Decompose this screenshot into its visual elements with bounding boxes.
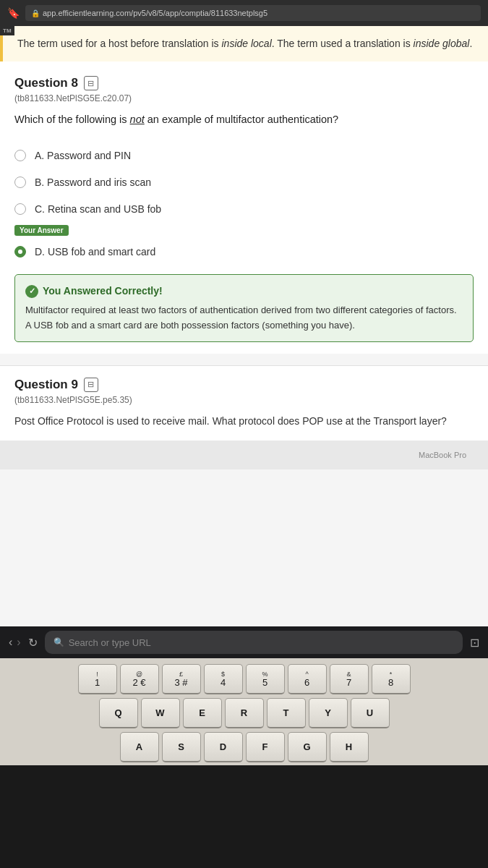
key-f[interactable]: F: [246, 732, 285, 762]
option-d-wrapper: Your Answer D. USB fob and smart card: [14, 223, 474, 265]
key-1[interactable]: !1: [78, 664, 117, 694]
forward-button[interactable]: ›: [17, 636, 20, 649]
bookmark-icon[interactable]: 🔖: [7, 7, 20, 19]
url-text: app.efficientlearning.com/pv5/v8/5/app/c…: [43, 9, 267, 17]
key-6[interactable]: ^6: [288, 664, 327, 694]
option-a[interactable]: A. Password and PIN: [14, 142, 474, 169]
key-2[interactable]: @2 €: [120, 664, 159, 694]
key-r[interactable]: R: [225, 698, 264, 728]
question8-container: Question 8 ⊟ (tb811633.NetPlSG5E.c20.07)…: [0, 61, 488, 354]
correct-feedback-header: ✓ You Answered Correctly!: [25, 284, 463, 299]
key-a[interactable]: A: [120, 732, 159, 762]
radio-c[interactable]: [14, 203, 26, 215]
answer-options: A. Password and PIN B. Password and iris…: [14, 142, 474, 265]
question9-text: Post Office Protocol is used to receive …: [14, 414, 474, 429]
option-d-text: D. USB fob and smart card: [35, 246, 155, 258]
question8-header: Question 8 ⊟: [14, 76, 474, 90]
key-8[interactable]: *8: [372, 664, 411, 694]
keyboard: !1 @2 € £3 # $4 %5 ^6 &7 *8 Q W E R T Y …: [0, 658, 488, 765]
radio-a[interactable]: [14, 150, 26, 161]
url-search-bar[interactable]: 🔍 Search or type URL: [45, 631, 463, 654]
q8-text-after: an example of multifactor authentication…: [145, 114, 338, 125]
key-y[interactable]: Y: [309, 698, 348, 728]
info-banner: The term used for a host before translat…: [0, 26, 488, 61]
key-3[interactable]: £3 #: [162, 664, 201, 694]
key-4[interactable]: $4: [204, 664, 243, 694]
key-h[interactable]: H: [330, 732, 369, 762]
tm-label: TM: [0, 26, 14, 35]
correct-feedback-title: You Answered Correctly!: [43, 284, 163, 299]
key-e[interactable]: E: [183, 698, 222, 728]
back-button[interactable]: ‹: [9, 636, 12, 649]
keyboard-qwerty-row: Q W E R T Y U: [4, 698, 484, 728]
url-search-text: Search or type URL: [69, 637, 151, 648]
correct-feedback: ✓ You Answered Correctly! Multifactor re…: [14, 274, 474, 342]
radio-b[interactable]: [14, 176, 26, 188]
question9-container: Question 9 ⊟ (tb811633.NetPlSG5E.pe5.35)…: [0, 366, 488, 441]
touch-bar: ‹ › ↻ 🔍 Search or type URL ⊡: [0, 626, 488, 658]
page-footer: MacBook Pro: [0, 441, 488, 469]
page-content: TM The term used for a host before trans…: [0, 26, 488, 626]
option-c-text: C. Retina scan and USB fob: [35, 203, 161, 215]
info-term2: inside global: [414, 38, 470, 49]
your-answer-badge: Your Answer: [14, 225, 69, 236]
info-term1: inside local: [221, 38, 271, 49]
keyboard-asdf-row: A S D F G H: [4, 732, 484, 762]
correct-feedback-body: Multifactor required at least two factor…: [25, 305, 457, 330]
nav-buttons: ‹ ›: [9, 636, 21, 649]
question9-number: Question 9: [14, 378, 78, 392]
search-icon: 🔍: [53, 637, 64, 647]
refresh-button[interactable]: ↻: [28, 636, 38, 650]
question9-flag[interactable]: ⊟: [84, 378, 98, 392]
question9-code: (tb811633.NetPlSG5E.pe5.35): [14, 395, 474, 405]
new-tab-icon[interactable]: ⊡: [470, 636, 479, 650]
q8-text-before: Which of the following is: [14, 114, 130, 125]
q8-emphasis: not: [130, 114, 145, 125]
option-b[interactable]: B. Password and iris scan: [14, 169, 474, 196]
key-w[interactable]: W: [141, 698, 180, 728]
lock-icon: 🔒: [31, 9, 40, 17]
key-g[interactable]: G: [288, 732, 327, 762]
key-s[interactable]: S: [162, 732, 201, 762]
browser-chrome: 🔖 🔒 app.efficientlearning.com/pv5/v8/5/a…: [0, 0, 488, 26]
info-text-after: .: [469, 38, 472, 49]
info-text-middle: . The term used a translation is: [272, 38, 414, 49]
key-7[interactable]: &7: [330, 664, 369, 694]
radio-d[interactable]: [14, 246, 26, 258]
option-d[interactable]: D. USB fob and smart card: [14, 239, 474, 265]
url-bar[interactable]: 🔒 app.efficientlearning.com/pv5/v8/5/app…: [25, 5, 481, 21]
question8-code: (tb811633.NetPlSG5E.c20.07): [14, 93, 474, 103]
option-b-text: B. Password and iris scan: [35, 176, 151, 188]
key-t[interactable]: T: [267, 698, 306, 728]
info-text-before: The term used for a host before translat…: [17, 38, 221, 49]
question8-flag[interactable]: ⊟: [84, 76, 98, 90]
question9-header: Question 9 ⊟: [14, 378, 474, 392]
question8-text: Which of the following is not an example…: [14, 112, 474, 128]
key-u[interactable]: U: [351, 698, 390, 728]
keyboard-number-row: !1 @2 € £3 # $4 %5 ^6 &7 *8: [4, 664, 484, 694]
macbook-pro-label: MacBook Pro: [419, 451, 466, 459]
key-5[interactable]: %5: [246, 664, 285, 694]
key-q[interactable]: Q: [99, 698, 138, 728]
option-a-text: A. Password and PIN: [35, 150, 131, 161]
question8-number: Question 8: [14, 76, 78, 90]
checkmark-icon: ✓: [25, 285, 38, 298]
key-d[interactable]: D: [204, 732, 243, 762]
option-c[interactable]: C. Retina scan and USB fob: [14, 196, 474, 223]
